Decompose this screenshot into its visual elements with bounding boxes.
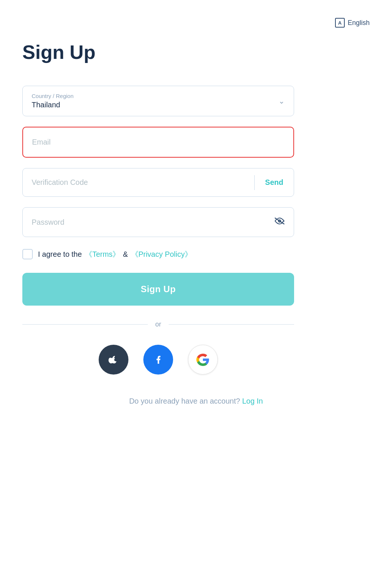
terms-link[interactable]: 《Terms》 <box>85 249 120 259</box>
signup-button[interactable]: Sign Up <box>22 273 294 306</box>
email-field-wrapper <box>22 127 294 158</box>
or-line-right <box>169 324 294 325</box>
country-value: Thailand <box>32 101 285 109</box>
or-line-left <box>22 324 148 325</box>
page-container: A English Sign Up Country / Region Thail… <box>0 0 392 562</box>
apple-icon <box>107 353 120 366</box>
page-title: Sign Up <box>22 41 370 63</box>
password-wrapper <box>22 207 294 237</box>
country-region-select[interactable]: Country / Region Thailand ⌄ <box>22 86 294 116</box>
google-signin-button[interactable] <box>188 345 218 375</box>
facebook-icon <box>152 353 165 366</box>
terms-row: I agree to the 《Terms》 & 《Privacy Policy… <box>22 249 294 259</box>
already-account-section: Do you already have an account? Log In <box>22 397 370 405</box>
terms-text: I agree to the 《Terms》 & 《Privacy Policy… <box>38 249 192 259</box>
or-text: or <box>155 321 161 328</box>
language-icon: A <box>335 18 345 28</box>
facebook-signin-button[interactable] <box>143 345 173 375</box>
privacy-policy-link[interactable]: 《Privacy Policy》 <box>131 249 192 259</box>
google-icon <box>196 353 210 366</box>
already-account-text: Do you already have an account? <box>129 397 240 405</box>
verification-code-input[interactable] <box>23 168 254 196</box>
send-button[interactable]: Send <box>255 168 294 196</box>
verification-code-wrapper: Send <box>22 168 294 197</box>
password-input[interactable] <box>23 208 265 236</box>
apple-signin-button[interactable] <box>99 345 128 375</box>
eye-slash-icon[interactable] <box>265 208 294 237</box>
chevron-down-icon: ⌄ <box>278 97 285 105</box>
terms-checkbox[interactable] <box>22 249 33 259</box>
language-selector[interactable]: A English <box>335 18 370 28</box>
country-label: Country / Region <box>32 93 285 99</box>
email-input[interactable] <box>25 130 292 155</box>
or-divider: or <box>22 321 294 328</box>
signup-form: Country / Region Thailand ⌄ Send <box>22 86 294 375</box>
social-buttons <box>22 345 294 375</box>
login-link[interactable]: Log In <box>242 397 263 405</box>
terms-and: & <box>123 250 128 259</box>
agree-to-text: I agree to the <box>38 250 82 259</box>
language-label: English <box>348 19 370 27</box>
